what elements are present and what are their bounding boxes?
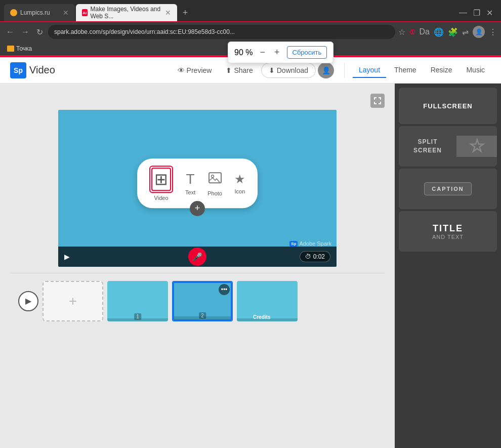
slide-thumbnail-credits[interactable]: Credits	[237, 281, 298, 321]
minimize-button[interactable]: —	[459, 8, 467, 17]
tab-lumpics[interactable]: Lumpics.ru ✕	[4, 4, 75, 21]
bookmark-folder-icon	[7, 46, 14, 52]
layout-split-screen[interactable]: SPLITSCREEN ☆	[399, 126, 497, 167]
preview-button[interactable]: 👁 Preview	[172, 63, 218, 77]
share-label: Share	[234, 66, 253, 74]
right-panel: FULLSCREEN SPLITSCREEN ☆ CAPTION TITLE A…	[395, 84, 501, 448]
header-nav: 👁 Preview ⬆ Share ⬇ Download 👤	[172, 62, 334, 78]
zoom-reset-button[interactable]: Сбросить	[287, 46, 327, 59]
da-extension[interactable]: Da	[420, 27, 430, 36]
zoom-plus-button[interactable]: +	[272, 47, 282, 58]
clock-icon: ⏱	[305, 253, 311, 260]
address-bar: ← → ↻ ☆ ① Da 🌐 🧩 ⇌ 👤 ⋮	[0, 21, 501, 42]
layout-title-text[interactable]: TITLE AND TEXT	[399, 211, 497, 252]
content-option-photo[interactable]: Photo	[207, 171, 222, 196]
caption-label: CAPTION	[432, 186, 464, 192]
fullscreen-toggle[interactable]	[370, 94, 385, 108]
window-controls: — ❐ ✕	[459, 8, 497, 18]
slide-thumbnail-2[interactable]: ••• 2	[172, 281, 233, 321]
slide-credits-label: Credits	[253, 314, 281, 320]
canvas-area: ⊞ Video T Text Photo	[0, 84, 395, 448]
download-label: Download	[277, 66, 308, 74]
video-option-label: Video	[154, 195, 169, 201]
back-button[interactable]: ←	[4, 26, 16, 37]
menu-icon[interactable]: ⋮	[489, 27, 497, 37]
tab-bar: Lumpics.ru ✕ Ai Make Images, Videos and …	[0, 0, 501, 21]
timeline-slides: 1 ••• 2	[107, 281, 377, 321]
tab-adobe[interactable]: Ai Make Images, Videos and Web S... ✕	[76, 4, 177, 21]
tab-music[interactable]: Music	[460, 63, 491, 78]
add-content-button[interactable]: +	[190, 201, 205, 216]
tab-adobe-label: Make Images, Videos and Web S...	[91, 6, 162, 20]
timeline: ▶ + 1	[10, 273, 385, 329]
play-button[interactable]: ▶	[64, 253, 70, 261]
mic-button[interactable]: 🎤	[188, 248, 206, 266]
split-screen-label: SPLITSCREEN	[399, 132, 456, 161]
tab-resize[interactable]: Resize	[425, 63, 458, 78]
zoom-popup: 90 % − + Сбросить	[228, 42, 333, 63]
layout-caption[interactable]: CAPTION	[399, 169, 497, 209]
download-button[interactable]: ⬇ Download	[261, 63, 316, 78]
globe-icon[interactable]: 🌐	[434, 27, 444, 37]
sync-icon[interactable]: ⇌	[462, 27, 469, 37]
tab-theme[interactable]: Theme	[388, 63, 423, 78]
tab-adobe-close[interactable]: ✕	[165, 9, 171, 17]
timer-value: 0:02	[313, 253, 325, 260]
extensions-icon[interactable]: 🧩	[448, 27, 458, 37]
maximize-button[interactable]: ❐	[473, 8, 480, 18]
photo-option-label: Photo	[207, 190, 222, 196]
video-controls: ▶ 🎤 ⏱ 0:02	[58, 247, 337, 267]
share-button[interactable]: ⬆ Share	[220, 63, 259, 77]
text-option-label: Text	[185, 189, 195, 195]
adobe-favicon: Ai	[82, 9, 88, 16]
main-area: ⊞ Video T Text Photo	[0, 84, 501, 448]
svg-rect-1	[209, 173, 221, 183]
zoom-minus-button[interactable]: −	[258, 47, 267, 58]
address-input[interactable]	[48, 25, 395, 39]
user-avatar[interactable]: 👤	[318, 62, 334, 78]
lumpics-favicon	[10, 9, 17, 16]
adobe-spark-logo: Sp Adobe Spark	[289, 240, 331, 247]
layout-fullscreen[interactable]: FULLSCREEN	[399, 88, 497, 124]
slide-1-number: 1	[134, 313, 141, 320]
slide-thumbnail-1[interactable]: 1	[107, 281, 168, 321]
tab-lumpics-label: Lumpics.ru	[20, 9, 50, 16]
app-container: Sp Video 👁 Preview ⬆ Share ⬇ Download 👤 …	[0, 57, 501, 448]
play-all-button[interactable]: ▶	[18, 291, 38, 311]
video-icon: ⊞	[151, 168, 171, 191]
slide-2-menu-button[interactable]: •••	[219, 284, 230, 295]
preview-icon: 👁	[178, 66, 185, 74]
adobe-spark-label: Adobe Spark	[299, 240, 331, 247]
timeline-wrapper-outer: ▶ + 1	[10, 273, 385, 329]
toolbar-icons: ☆ ① Da 🌐 🧩 ⇌ 👤 ⋮	[398, 26, 497, 38]
header-tabs: Layout Theme Resize Music	[344, 63, 491, 78]
zoom-value: 90 %	[234, 48, 253, 57]
video-slide: ⊞ Video T Text Photo	[58, 110, 337, 267]
app-name: Video	[29, 64, 55, 76]
svg-point-2	[211, 175, 214, 177]
bookmark-icon[interactable]: ☆	[398, 27, 405, 37]
download-icon: ⬇	[269, 66, 275, 74]
tab-lumpics-close[interactable]: ✕	[63, 9, 69, 17]
star-icon: ☆	[469, 136, 485, 157]
preview-label: Preview	[187, 66, 212, 74]
forward-button[interactable]: →	[19, 26, 31, 37]
tab-layout[interactable]: Layout	[353, 63, 386, 78]
reload-button[interactable]: ↻	[34, 26, 45, 38]
bookmark-tochka[interactable]: Точка	[4, 44, 35, 53]
content-option-text[interactable]: T Text	[185, 171, 195, 195]
bookmark-tochka-label: Точка	[16, 45, 32, 52]
title-layout-label: TITLE	[433, 223, 463, 234]
profile-avatar[interactable]: 👤	[473, 26, 485, 38]
content-option-icon[interactable]: ★ Icon	[234, 172, 245, 194]
slide-2-number: 2	[199, 312, 206, 319]
content-option-video[interactable]: ⊞ Video	[149, 166, 173, 201]
text-layout-label: AND TEXT	[432, 234, 464, 240]
logo-sp-icon: Sp	[10, 62, 26, 78]
close-button[interactable]: ✕	[486, 8, 493, 18]
share-icon: ⬆	[226, 66, 232, 74]
add-slide-button[interactable]: +	[43, 281, 103, 321]
fullscreen-layout-label: FULLSCREEN	[423, 102, 472, 110]
new-tab-button[interactable]: +	[178, 6, 192, 20]
extension-icon[interactable]: ①	[409, 28, 415, 36]
